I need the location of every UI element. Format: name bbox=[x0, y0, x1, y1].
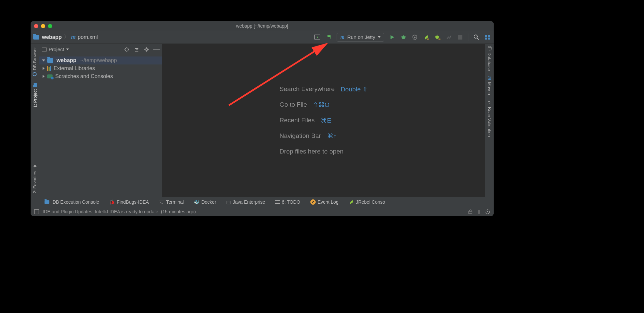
expand-toggle-icon[interactable] bbox=[42, 59, 45, 61]
tree-scratches[interactable]: Scratches and Consoles bbox=[39, 72, 162, 80]
db-browser-label: DB Browser bbox=[32, 47, 37, 70]
svg-line-19 bbox=[477, 38, 479, 40]
terminal-tab[interactable]: >_ Terminal bbox=[159, 199, 184, 205]
editor-area[interactable]: Search Everywhere Double ⇧ Go to File ⇧⌘… bbox=[162, 44, 485, 197]
svg-point-54 bbox=[478, 210, 480, 212]
hint-shortcut: Double ⇧ bbox=[341, 85, 368, 93]
project-tab[interactable]: 1: Project bbox=[32, 83, 38, 108]
minimize-window-button[interactable] bbox=[41, 24, 45, 28]
svg-rect-17 bbox=[458, 35, 462, 40]
svg-point-4 bbox=[402, 36, 405, 39]
status-message[interactable]: IDE and Plugin Updates: IntelliJ IDEA is… bbox=[43, 209, 196, 214]
bean-icon bbox=[487, 100, 492, 105]
svg-marker-10 bbox=[414, 37, 416, 39]
toolbar: m Run on Jetty JR JR bbox=[314, 33, 491, 42]
inspector-icon[interactable] bbox=[476, 209, 482, 214]
svg-point-57 bbox=[487, 211, 488, 212]
java-ee-tab[interactable]: Java Enterprise bbox=[226, 199, 265, 205]
database-icon bbox=[487, 46, 492, 51]
svg-point-43 bbox=[488, 46, 491, 48]
collapse-all-icon[interactable] bbox=[134, 47, 139, 52]
jrebel-console-tab[interactable]: JRebel Conso bbox=[349, 199, 385, 205]
svg-rect-23 bbox=[488, 38, 490, 40]
hide-tool-window-icon[interactable]: — bbox=[154, 47, 159, 52]
svg-line-6 bbox=[402, 36, 402, 37]
ide-settings-icon[interactable] bbox=[484, 34, 491, 41]
breadcrumb-project[interactable]: webapp bbox=[42, 34, 62, 40]
coverage-button[interactable] bbox=[411, 34, 418, 41]
tree-root-node[interactable]: webapp ~/temp/webapp bbox=[39, 56, 162, 64]
bean-validation-tab[interactable]: Bean Validation bbox=[487, 100, 492, 137]
terminal-icon: >_ bbox=[159, 200, 164, 204]
docker-tab[interactable]: 🐳 Docker bbox=[194, 199, 216, 205]
expand-toggle-icon[interactable] bbox=[43, 75, 45, 78]
maven-file-icon: m bbox=[71, 34, 76, 41]
jrebel-run-button[interactable]: JR bbox=[423, 34, 429, 41]
locate-icon[interactable] bbox=[124, 47, 129, 52]
notification-badge-icon: 2 bbox=[310, 199, 316, 205]
project-tool-header: Project — bbox=[39, 44, 162, 55]
folder-icon bbox=[34, 83, 37, 87]
folder-icon bbox=[33, 35, 39, 40]
tool-label: Terminal bbox=[166, 199, 184, 205]
ide-window: webapp [~/temp/webapp] webapp 〉 m pom.xm… bbox=[31, 21, 494, 216]
lock-icon[interactable] bbox=[468, 209, 473, 214]
hint-navigation-bar: Navigation Bar ⌘↑ bbox=[279, 132, 368, 140]
db-browser-tab[interactable]: DB Browser bbox=[32, 47, 37, 76]
event-log-tab[interactable]: 2 Event Log bbox=[310, 199, 339, 205]
database-tab-label: Database bbox=[487, 52, 492, 71]
svg-rect-48 bbox=[228, 202, 228, 202]
run-button[interactable] bbox=[389, 34, 396, 41]
findbugs-tab[interactable]: 🐞 FindBugs-IDEA bbox=[109, 199, 149, 205]
svg-rect-22 bbox=[485, 38, 487, 40]
tool-windows-toggle-icon[interactable] bbox=[34, 209, 39, 214]
db-exec-console-tab[interactable]: DB Execution Console bbox=[44, 199, 99, 205]
stop-button[interactable] bbox=[457, 34, 463, 41]
project-tree[interactable]: webapp ~/temp/webapp External Libraries … bbox=[39, 55, 162, 82]
jrebel-icon bbox=[349, 199, 354, 205]
maven-tab[interactable]: m Maven bbox=[487, 76, 492, 95]
svg-rect-49 bbox=[229, 202, 230, 202]
folder-icon bbox=[47, 58, 53, 63]
todo-tab[interactable]: 6: TODO bbox=[275, 199, 300, 205]
database-tab[interactable]: Database bbox=[487, 46, 492, 71]
profiler-button[interactable] bbox=[445, 34, 452, 41]
svg-marker-1 bbox=[317, 36, 318, 38]
run-configuration-selector[interactable]: m Run on Jetty bbox=[337, 33, 384, 42]
tool-label: 6: TODO bbox=[282, 199, 300, 205]
svg-line-37 bbox=[145, 48, 146, 49]
debug-button[interactable] bbox=[400, 34, 407, 41]
favorites-tab[interactable]: 2: Favorites ★ bbox=[32, 164, 37, 193]
close-window-button[interactable] bbox=[34, 24, 38, 28]
tree-node-name: webapp bbox=[57, 57, 77, 63]
editor-hints: Search Everywhere Double ⇧ Go to File ⇧⌘… bbox=[279, 85, 368, 155]
tree-node-label: Scratches and Consoles bbox=[55, 73, 113, 79]
svg-rect-53 bbox=[469, 211, 472, 214]
chevron-down-icon[interactable] bbox=[66, 49, 69, 50]
hint-label: Recent Files bbox=[279, 117, 315, 124]
hint-recent-files: Recent Files ⌘E bbox=[279, 117, 368, 124]
expand-toggle-icon[interactable] bbox=[43, 67, 45, 70]
window-controls bbox=[34, 24, 52, 28]
tree-external-libraries[interactable]: External Libraries bbox=[39, 64, 162, 72]
hint-shortcut: ⌘↑ bbox=[327, 132, 337, 140]
titlebar[interactable]: webapp [~/temp/webapp] bbox=[31, 21, 494, 31]
svg-line-15 bbox=[438, 36, 439, 37]
run-dashboard-icon[interactable] bbox=[314, 34, 321, 41]
hint-search-everywhere: Search Everywhere Double ⇧ bbox=[279, 85, 368, 93]
maximize-window-button[interactable] bbox=[48, 24, 52, 28]
list-icon bbox=[275, 200, 280, 204]
build-icon[interactable] bbox=[325, 34, 332, 41]
project-tool-title[interactable]: Project bbox=[49, 47, 64, 52]
search-everywhere-icon[interactable] bbox=[473, 34, 480, 41]
memory-indicator-icon[interactable] bbox=[485, 209, 490, 214]
jrebel-debug-button[interactable]: JR bbox=[434, 34, 441, 41]
status-bar: IDE and Plugin Updates: IntelliJ IDEA is… bbox=[31, 207, 494, 216]
svg-rect-20 bbox=[485, 35, 487, 37]
hint-shortcut: ⌘E bbox=[321, 117, 331, 124]
breadcrumb-file[interactable]: pom.xml bbox=[78, 34, 98, 40]
svg-point-18 bbox=[474, 35, 477, 38]
gear-icon[interactable] bbox=[144, 47, 149, 52]
svg-rect-55 bbox=[478, 212, 480, 214]
window-title: webapp [~/temp/webapp] bbox=[31, 23, 494, 29]
